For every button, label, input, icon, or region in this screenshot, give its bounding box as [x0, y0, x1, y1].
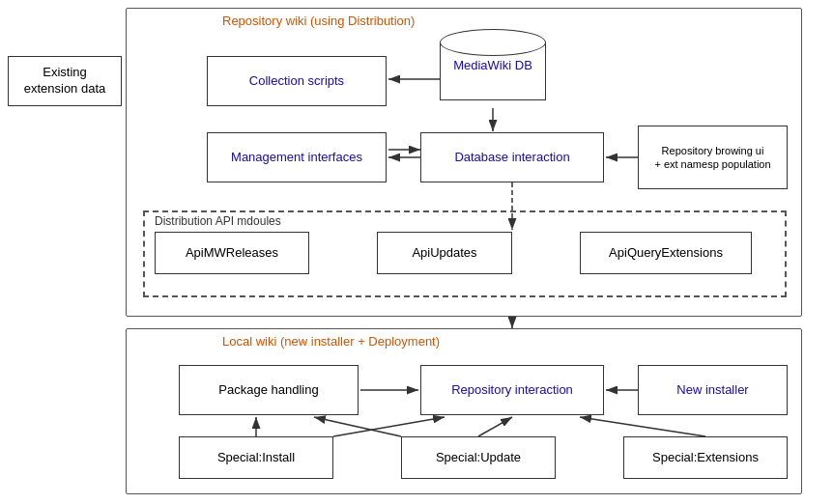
special-extensions-box: Special:Extensions [623, 436, 788, 479]
new-installer-box: New installer [638, 365, 788, 415]
special-update-box: Special:Update [401, 436, 556, 479]
database-interaction-box: Database interaction [420, 132, 604, 182]
section-label-local: Local wiki (new installer + Deployment) [222, 334, 440, 349]
cylinder-label: MediaWiki DB [440, 58, 546, 72]
package-handling-box: Package handling [179, 365, 359, 415]
existing-extension-box: Existing extension data [8, 56, 122, 106]
api-updates-box: ApiUpdates [377, 232, 512, 274]
collection-scripts-box: Collection scripts [207, 56, 387, 106]
subsection-label: Distribution API mdoules [155, 214, 281, 228]
repo-browsing-box: Repository browing ui + ext namesp popul… [638, 126, 788, 189]
api-query-extensions-box: ApiQueryExtensions [580, 232, 752, 274]
api-mw-releases-box: ApiMWReleases [155, 232, 309, 274]
special-install-box: Special:Install [179, 436, 333, 479]
mediawiki-db-cylinder: MediaWiki DB [440, 29, 546, 108]
management-interfaces-box: Management interfaces [207, 132, 387, 182]
section-label-repo: Repository wiki (using Distribution) [222, 14, 415, 28]
repository-interaction-box: Repository interaction [420, 365, 604, 415]
cylinder-top [440, 29, 546, 56]
diagram-container: Management interfaces (double arrow) -->… [0, 0, 833, 504]
